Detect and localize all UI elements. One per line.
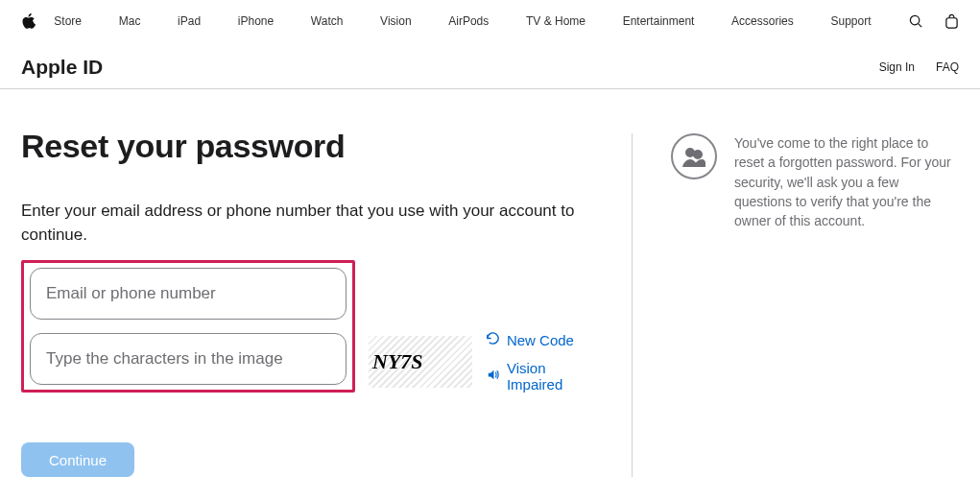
- new-code-label: New Code: [507, 332, 574, 348]
- page-title: Reset your password: [21, 128, 593, 165]
- nav-airpods[interactable]: AirPods: [448, 14, 489, 28]
- apple-logo-icon[interactable]: [21, 14, 36, 29]
- appid-title: Apple ID: [21, 56, 103, 79]
- continue-button[interactable]: Continue: [21, 442, 134, 477]
- audio-icon: [486, 368, 500, 385]
- svg-rect-2: [946, 17, 957, 27]
- vision-impaired-link[interactable]: Vision Impaired: [486, 360, 593, 393]
- nav-store[interactable]: Store: [54, 14, 82, 28]
- nav-ipad[interactable]: iPad: [178, 14, 201, 28]
- subheader-right: Sign In FAQ: [879, 60, 959, 74]
- captcha-row: NY7S New Code Vision Impaired: [369, 331, 593, 393]
- captcha-links: New Code Vision Impaired: [486, 331, 593, 393]
- nav-iphone[interactable]: iPhone: [238, 14, 274, 28]
- global-nav: Store Mac iPad iPhone Watch Vision AirPo…: [0, 0, 980, 42]
- main: Reset your password Enter your email add…: [0, 89, 980, 500]
- refresh-icon: [486, 331, 500, 348]
- vision-impaired-label: Vision Impaired: [507, 360, 593, 393]
- bag-icon[interactable]: [944, 14, 959, 29]
- email-field[interactable]: [30, 268, 347, 320]
- form-row: NY7S New Code Vision Impaired: [21, 260, 593, 393]
- left-column: Reset your password Enter your email add…: [21, 128, 593, 477]
- new-code-link[interactable]: New Code: [486, 331, 593, 348]
- nav-support[interactable]: Support: [830, 14, 871, 28]
- right-column: You've come to the right place to reset …: [671, 128, 959, 477]
- nav-accessories[interactable]: Accessories: [731, 14, 794, 28]
- faq-link[interactable]: FAQ: [936, 60, 959, 74]
- instruction-text: Enter your email address or phone number…: [21, 200, 593, 247]
- svg-line-1: [919, 23, 921, 26]
- column-divider: [632, 133, 633, 477]
- users-icon: [671, 133, 717, 179]
- captcha-image: NY7S: [369, 336, 472, 388]
- nav-tvhome[interactable]: TV & Home: [526, 14, 586, 28]
- captcha-field[interactable]: [30, 333, 347, 385]
- sub-header: Apple ID Sign In FAQ: [0, 42, 980, 89]
- nav-watch[interactable]: Watch: [311, 14, 344, 28]
- help-text: You've come to the right place to reset …: [734, 133, 959, 477]
- highlight-box: [21, 260, 355, 393]
- nav-entertainment[interactable]: Entertainment: [623, 14, 695, 28]
- nav-vision[interactable]: Vision: [380, 14, 411, 28]
- svg-point-0: [910, 15, 919, 24]
- signin-link[interactable]: Sign In: [879, 60, 915, 74]
- nav-mac[interactable]: Mac: [119, 14, 141, 28]
- search-icon[interactable]: [909, 14, 923, 29]
- nav-links: Store Mac iPad iPhone Watch Vision AirPo…: [36, 14, 890, 28]
